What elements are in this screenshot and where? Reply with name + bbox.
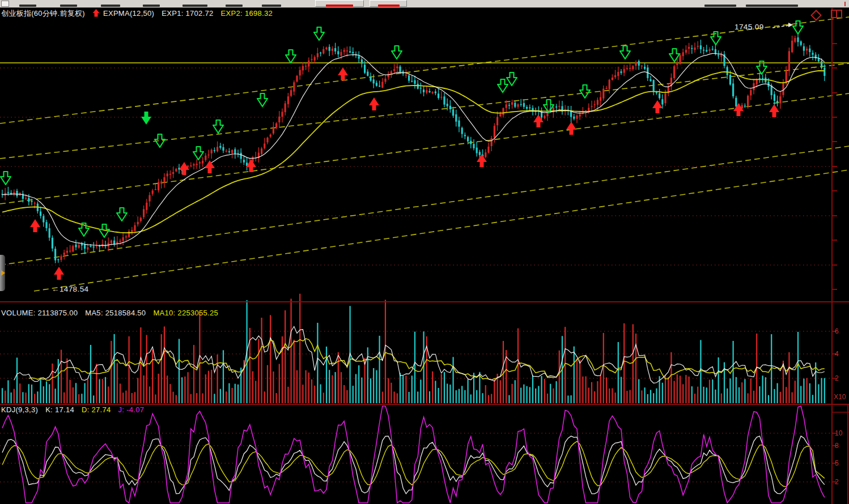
axis-value-label: 4 (835, 350, 849, 358)
axis-value-label: 6 (835, 327, 849, 335)
volume-ma5-value: MA5: 2518584.50 (85, 309, 146, 317)
sell-arrow (193, 147, 203, 160)
low-price-annotation: ←1478.54 (52, 285, 89, 293)
volume-pane-header: VOLUME: 2113875.00MA5: 2518584.50MA10: 2… (1, 309, 226, 318)
sell-arrow (620, 46, 630, 59)
sell-arrow (286, 50, 296, 63)
axis-value-label: 2 (835, 478, 849, 486)
buy-arrow (179, 162, 189, 175)
buy-arrow (652, 100, 663, 113)
sell-arrow (314, 27, 324, 40)
expma-lines (2, 53, 825, 245)
gridlines (0, 68, 832, 482)
sell-arrow (155, 134, 165, 147)
kdj-k-value: K: 17.14 (45, 405, 74, 414)
chart-canvas[interactable] (0, 0, 849, 504)
up-arrow-icon (92, 9, 100, 19)
kdj-j-value: J: -4.07 (118, 405, 145, 414)
sell-arrow (257, 93, 268, 106)
split-window-icon[interactable] (831, 10, 842, 18)
axis-value-label: 5 (835, 459, 849, 467)
buy-arrow (369, 97, 379, 110)
axis-value-label: 2 (835, 374, 849, 382)
exp1-value: EXP1: 1702.72 (162, 9, 213, 18)
app-window: 创业板指(60分钟.前复权)EXPMA(12,50)EXP1: 1702.72E… (0, 0, 849, 504)
buy-arrow (338, 67, 348, 80)
annotation-arrow (772, 23, 793, 28)
sell-arrow (669, 49, 680, 62)
exp2-value: EXP2: 1698.32 (221, 9, 273, 18)
sell-arrow (507, 72, 517, 86)
sell-arrow (213, 120, 223, 133)
symbol-title: 创业板指(60分钟.前复权) (1, 9, 85, 18)
kdj-pane-header: KDJ(9,3,3)K: 17.14D: 27.74J: -4.07 (1, 405, 151, 415)
sell-arrow (99, 224, 109, 237)
volume-value: VOLUME: 2113875.00 (1, 309, 78, 317)
buy-arrow (246, 159, 256, 172)
sell-arrow-solid (141, 112, 151, 125)
main-chart-header: 创业板指(60分钟.前复权)EXPMA(12,50)EXP1: 1702.72E… (1, 9, 280, 19)
kdj-lines (2, 406, 825, 503)
indicator-label: EXPMA(12,50) (103, 9, 154, 18)
kdj-indicator-label: KDJ(9,3,3) (1, 405, 38, 414)
volume-ma10-value: MA10: 2253055.25 (153, 309, 218, 317)
sell-arrow (117, 208, 127, 221)
kdj-d-value: D: 27.74 (82, 405, 111, 414)
sell-arrow (1, 172, 11, 185)
sell-arrow (392, 46, 402, 59)
buy-arrow (54, 267, 64, 280)
buy-arrow (30, 219, 40, 232)
buy-arrow (205, 160, 215, 173)
panel-expand-handle[interactable] (0, 255, 5, 291)
axis-value-label: 8 (835, 442, 849, 450)
volume-unit-label: X10 (834, 393, 849, 401)
expand-arrow-icon (1, 270, 5, 276)
high-price-annotation: 1745.09 (735, 23, 764, 31)
buy-arrow (566, 122, 576, 135)
sell-arrow (498, 79, 508, 92)
buy-arrow (769, 104, 779, 117)
sell-arrow (580, 85, 590, 98)
axis-value-label: 10 (835, 429, 849, 437)
